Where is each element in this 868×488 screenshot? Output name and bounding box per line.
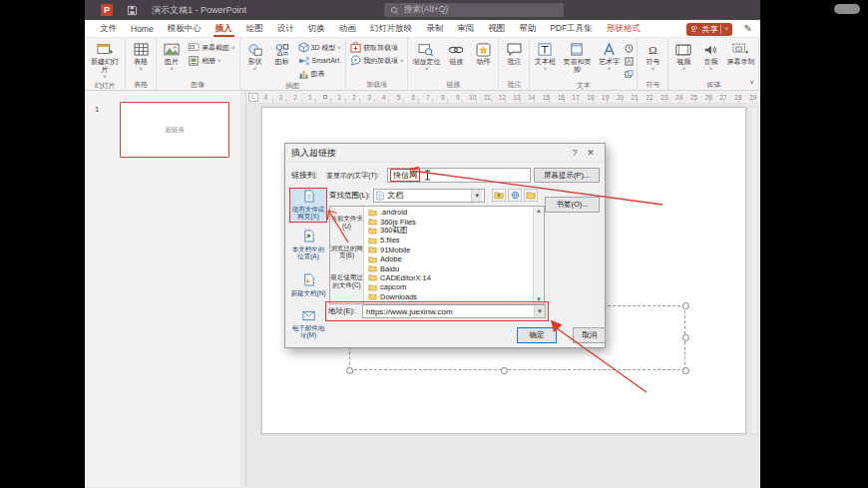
link-to-option-2[interactable]: 本文档中的位置(A) [289, 228, 327, 262]
ribbon-button-video[interactable]: 视频˅ [670, 40, 696, 79]
ribbon-button-photo-album[interactable]: 相册˅ [186, 54, 237, 67]
cancel-button[interactable]: 取消 [573, 327, 606, 343]
ribbon-button-wordart[interactable]: 艺术字˅ [596, 40, 622, 80]
ribbon-button-text-box[interactable]: 文本框˅ [532, 40, 558, 80]
ruler-number: 19 [598, 94, 613, 101]
tab-2[interactable]: Home [124, 20, 161, 37]
ribbon-button-object[interactable] [623, 68, 635, 80]
up-one-folder-button[interactable] [492, 189, 506, 202]
ribbon-button-shapes[interactable]: 形状˅ [242, 40, 268, 80]
ribbon-button-action[interactable]: 动作 [470, 40, 496, 79]
tab-5[interactable]: 绘图 [239, 20, 270, 37]
browse-web-button[interactable] [508, 189, 522, 202]
bookmark-button[interactable]: 书签(O)... [545, 197, 600, 213]
file-list-scrollbar[interactable]: ▲ ▼ [533, 207, 544, 303]
tab-12[interactable]: 视图 [481, 20, 512, 37]
canvas-scrollbar[interactable] [750, 107, 758, 434]
share-button[interactable]: 共享 ˅ [686, 23, 732, 36]
link-to-option-1[interactable]: 现有文件或网页(X) [289, 188, 327, 223]
ribbon-button-picture[interactable]: 图片˅ [159, 40, 185, 79]
tab-7[interactable]: 切换 [301, 20, 332, 37]
address-dropdown-icon[interactable]: ▼ [534, 305, 545, 317]
ribbon-button-chart[interactable]: 图表 [296, 67, 343, 80]
tab-4[interactable]: 插入 [209, 20, 239, 37]
link-to-option-3[interactable]: 新建文档(N) [289, 267, 327, 302]
ribbon-button-comment[interactable]: 批注 [501, 40, 527, 79]
ribbon-button-my-addins[interactable]: 我的加载项˅ [348, 54, 406, 67]
file-list-item[interactable]: Adobe [364, 254, 533, 263]
ribbon-button-icons[interactable]: 图标 [269, 40, 295, 80]
resize-handle-bottom-left[interactable] [346, 367, 353, 374]
ribbon-button-date-time[interactable] [623, 42, 635, 54]
tab-1[interactable]: 文件 [93, 20, 124, 37]
text-box-icon [538, 41, 552, 58]
tab-15[interactable]: 形状格式 [600, 20, 648, 37]
file-list-item[interactable]: Baidu [364, 263, 533, 272]
ribbon-button-zoom-link[interactable]: 缩放定位˅ [410, 40, 442, 79]
file-list-item[interactable]: capcom [364, 282, 533, 291]
dialog-help-button[interactable]: ? [567, 148, 583, 158]
scroll-up-icon[interactable]: ▲ [536, 207, 542, 215]
look-in-label: 查找范围(L): [329, 191, 370, 201]
dropdown-icon: ˅ [544, 66, 548, 72]
tab-11[interactable]: 审阅 [450, 20, 481, 37]
resize-handle-top-right[interactable] [682, 302, 689, 309]
tab-9[interactable]: 幻灯片放映 [363, 20, 420, 37]
resize-handle-mid-right[interactable] [682, 334, 689, 341]
tab-8[interactable]: 动画 [332, 20, 363, 37]
ribbon-button-slide-number[interactable] [623, 55, 635, 67]
ribbon-group: Cameo˅相机 [759, 38, 760, 90]
browse-nav-item-3[interactable]: 最近使用过的文件(C) [330, 273, 363, 289]
tab-13[interactable]: 帮助 [512, 20, 543, 37]
file-list-item[interactable]: Downloads [364, 292, 533, 301]
ribbon-button-table[interactable]: 表格˅ [128, 40, 154, 79]
resize-handle-bottom-mid[interactable] [501, 367, 508, 374]
tab-14[interactable]: PDF工具集 [543, 20, 600, 37]
ruler-number: 3 [362, 94, 377, 101]
browse-files-button[interactable] [524, 189, 538, 202]
collapse-ribbon-icon[interactable]: ˅ [749, 78, 754, 87]
search-box[interactable]: 搜索(Alt+Q) [384, 3, 564, 17]
ribbon-button-audio[interactable]: 音频˅ [697, 40, 723, 79]
pen-icon[interactable]: ✎ [744, 23, 752, 34]
file-list-item[interactable]: CADEditorX 14 [364, 273, 533, 282]
screentip-button[interactable]: 屏幕提示(P)... [534, 168, 600, 183]
address-row-annotation-box: 地址(E): https://www.juexinw.com ▼ [325, 301, 549, 321]
address-input[interactable]: https://www.juexinw.com ▼ [362, 304, 546, 318]
display-text-value: 抉信网 [390, 169, 420, 182]
file-list-item[interactable]: 5.files [364, 236, 533, 244]
resize-handle-bottom-right[interactable] [682, 367, 689, 374]
look-in-combo[interactable]: 文档 ▼ [373, 189, 485, 203]
ok-button[interactable]: 确定 [517, 327, 557, 343]
ruler-number: 24 [671, 94, 686, 101]
ribbon-group-label: 媒体 [670, 79, 756, 90]
ribbon-button-new-slide[interactable]: 新建幻灯片˅ [87, 40, 123, 80]
ribbon-button-screen-record[interactable]: 屏幕录制 [724, 40, 756, 79]
dropdown-icon: ˅ [682, 66, 686, 72]
ribbon-button-symbol[interactable]: Ω符号˅ [640, 40, 665, 79]
tab-3[interactable]: 模板中心 [161, 20, 209, 37]
file-list-item[interactable]: 91Mobile [364, 245, 533, 254]
tab-6[interactable]: 设计 [270, 20, 301, 37]
tab-10[interactable]: 录制 [419, 20, 450, 37]
wordart-icon [602, 41, 617, 58]
file-list-item[interactable]: .android [364, 208, 533, 217]
ribbon-button-label: 符号 [646, 58, 659, 66]
ribbon-button-header-footer[interactable]: 页眉和页脚 [559, 40, 595, 80]
browse-nav-item-1[interactable]: 当前文件夹(U) [330, 215, 363, 231]
dropdown-icon: ˅ [337, 45, 341, 51]
slide-thumbnail[interactable]: 超链接 [120, 102, 229, 158]
file-list-item[interactable]: 360js Files [364, 217, 533, 226]
browse-nav-item-2[interactable]: 浏览过的网页(B) [330, 244, 363, 260]
display-text-input[interactable]: 抉信网 [387, 168, 531, 183]
folder-doc-icon [376, 191, 384, 201]
ruler-origin-marker [317, 95, 332, 99]
thumbnail-scrollbar[interactable] [240, 91, 245, 487]
dialog-close-button[interactable]: ✕ [583, 148, 599, 158]
look-in-dropdown-icon[interactable]: ▼ [471, 190, 482, 202]
file-list-item[interactable]: 360截图 [364, 227, 533, 236]
ribbon-button-link[interactable]: 链接 [443, 40, 469, 79]
save-icon[interactable] [127, 5, 138, 16]
link-to-option-4[interactable]: 电子邮件地址(M) [289, 307, 327, 342]
dialog-title-bar[interactable]: 插入超链接 ? ✕ [285, 144, 605, 163]
